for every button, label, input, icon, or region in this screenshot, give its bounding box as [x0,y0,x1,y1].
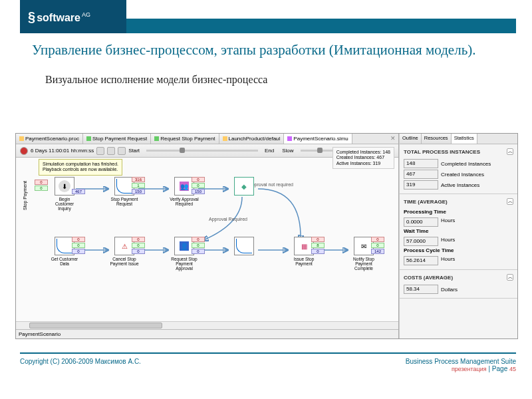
side-tab-outline[interactable]: Outline [400,134,422,144]
node-request-approval[interactable]: 👤 000 Request Stop Payment Approval [169,237,200,271]
flow-arrows [36,170,392,320]
stat-created: 467 [404,170,438,179]
record-icon[interactable] [20,147,28,155]
side-tabs: Outline Resources Statistics [400,134,517,144]
path-label-required: Approval Required [209,217,247,221]
node-gateway-top[interactable]: ◆ [229,177,259,197]
prev-button[interactable] [96,147,104,155]
chevron-up-icon[interactable]: ︿ [507,198,513,205]
section-costs-avg: COSTS (AVERAGE)︿ 58.34Dollars [400,270,517,299]
node-verify[interactable]: 👥 00150 Verify Approval Required [169,177,200,206]
node-begin[interactable]: ⬇ 00 467 Begin Customer Inquiry [49,177,80,211]
arrow-down-icon: ⬇ [59,180,70,192]
stat-cycle-time: 56.2614 [404,256,438,265]
header-bar: §softwareAG [0,0,532,33]
page-title: Управление бизнес-процессом, этапы разра… [0,33,532,62]
tab-simulation[interactable]: PaymentScenario.simu [284,134,352,144]
person-icon: 👤 [180,241,189,251]
instances-summary: Completed Instances: 148 Created Instanc… [332,147,394,169]
copyright: Copyright (C) 2006-2009 Максимов А.С. [20,358,141,365]
tab-process-file[interactable]: PaymentScenario.proc [16,134,83,144]
statusbar: PaymentScenario [16,329,398,338]
logo-block: §softwareAG [20,0,126,33]
footer-right: Business Process Management Suite презен… [406,358,516,372]
lane-label: Stop Payment [23,181,27,210]
node-notify[interactable]: ✉ 00142 Notify Stop Payment Complete [348,237,379,271]
sim-tooltip: Simulation computation has finished. Pla… [39,159,122,176]
h-scrollbar[interactable] [16,321,398,329]
app-window: PaymentScenario.proc Stop Payment Reques… [15,133,518,339]
side-tab-resources[interactable]: Resources [422,134,452,144]
group-icon: 👥 [180,182,189,191]
next-button[interactable] [118,147,126,155]
diamond-icon: ◆ [239,182,249,191]
start-label: Start [128,148,140,154]
sim-time: 6 Days 11:00:01 hh:mm:ss [31,148,94,154]
alert-icon: ⚠ [120,241,129,251]
brand-logo: §softwareAG [28,9,90,25]
mail-icon: ✉ [359,241,368,251]
side-tab-statistics[interactable]: Statistics [452,134,477,144]
node-gateway-bottom[interactable] [229,237,259,257]
chevron-up-icon[interactable]: ︿ [507,274,513,281]
tab-stop-payment[interactable]: Stop Payment Request [83,134,151,144]
section-time-avg: TIME (AVERAGE)︿ Processing Time 0.0000Ho… [400,194,517,270]
stat-proc-time: 0.0000 [404,217,438,227]
stat-wait-time: 57.0000 [404,237,438,246]
stat-active: 319 [404,180,438,190]
node-get-customer[interactable]: 000 Get Customer Data [49,237,80,266]
tab-launch-product[interactable]: LaunchProduct/defaul [219,134,285,144]
node-issue[interactable]: ▦ 080 Issue Stop Payment [289,237,319,266]
chevron-up-icon[interactable]: ︿ [507,148,513,155]
node-stop-request[interactable]: 3161150 Stop Payment Request [109,177,140,206]
slow-label: Slow [282,148,293,154]
canvas-pane: PaymentScenario.proc Stop Payment Reques… [16,134,399,338]
page-subtitle: Визуальное исполнение модели бизнес-проц… [0,62,532,92]
node-cancel[interactable]: ⚠ 000 Cancel Stop Payment Issue [109,237,140,266]
close-tab-icon[interactable]: ✕ [390,135,396,142]
process-flow-canvas[interactable]: Stop Payment Approval not required Appro… [36,170,392,320]
play-button[interactable] [107,147,115,155]
editor-tabs: PaymentScenario.proc Stop Payment Reques… [16,134,398,144]
time-slider[interactable] [146,150,258,152]
tab-request-stop[interactable]: Request Stop Payment [151,134,219,144]
side-panel: Outline Resources Statistics TOTAL PROCE… [399,134,517,338]
doc-icon: ▦ [299,241,309,251]
stat-completed: 148 [404,159,438,168]
stat-cost: 58.34 [404,285,438,294]
page-footer: Copyright (C) 2006-2009 Максимов А.С. Bu… [20,352,516,392]
section-total-instances: TOTAL PROCESS INSTANCES︿ 148Completed In… [400,144,517,194]
end-label: End [265,148,274,154]
